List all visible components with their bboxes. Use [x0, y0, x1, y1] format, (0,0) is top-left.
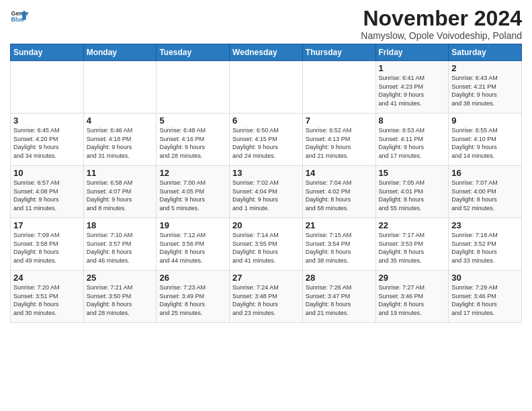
day-number: 2 — [451, 63, 519, 73]
day-cell — [157, 61, 230, 113]
day-info: Sunrise: 6:57 AM Sunset: 4:08 PM Dayligh… — [13, 179, 81, 212]
day-number: 4 — [87, 116, 154, 126]
day-info: Sunrise: 6:46 AM Sunset: 4:18 PM Dayligh… — [87, 126, 154, 160]
day-number: 29 — [379, 273, 446, 283]
svg-text:Blue: Blue — [11, 16, 24, 23]
col-header-tuesday: Tuesday — [157, 44, 230, 61]
week-row-2: 10Sunrise: 6:57 AM Sunset: 4:08 PM Dayli… — [11, 166, 522, 218]
day-number: 13 — [232, 168, 300, 178]
day-cell: 8Sunrise: 6:53 AM Sunset: 4:11 PM Daylig… — [375, 113, 449, 166]
col-header-friday: Friday — [375, 44, 449, 61]
day-number: 17 — [13, 220, 81, 230]
header-row: SundayMondayTuesdayWednesdayThursdayFrid… — [11, 44, 522, 61]
day-cell: 15Sunrise: 7:05 AM Sunset: 4:01 PM Dayli… — [375, 166, 449, 218]
day-cell: 28Sunrise: 7:26 AM Sunset: 3:47 PM Dayli… — [302, 271, 375, 323]
day-number: 14 — [306, 168, 373, 178]
day-info: Sunrise: 6:55 AM Sunset: 4:10 PM Dayligh… — [451, 126, 519, 160]
col-header-saturday: Saturday — [449, 44, 522, 61]
day-number: 16 — [451, 168, 519, 178]
day-number: 19 — [159, 220, 226, 230]
day-number: 20 — [232, 220, 300, 230]
calendar-header: SundayMondayTuesdayWednesdayThursdayFrid… — [11, 44, 522, 61]
day-number: 21 — [306, 220, 373, 230]
day-number: 8 — [379, 116, 446, 126]
day-info: Sunrise: 7:09 AM Sunset: 3:58 PM Dayligh… — [13, 231, 81, 265]
day-number: 27 — [232, 273, 300, 283]
day-cell — [83, 61, 157, 113]
day-info: Sunrise: 6:43 AM Sunset: 4:21 PM Dayligh… — [451, 74, 519, 107]
day-number: 5 — [159, 116, 226, 126]
day-cell: 9Sunrise: 6:55 AM Sunset: 4:10 PM Daylig… — [449, 113, 522, 166]
day-info: Sunrise: 7:05 AM Sunset: 4:01 PM Dayligh… — [379, 179, 446, 212]
day-cell: 3Sunrise: 6:45 AM Sunset: 4:20 PM Daylig… — [11, 113, 84, 166]
day-info: Sunrise: 7:12 AM Sunset: 3:56 PM Dayligh… — [159, 231, 226, 265]
day-info: Sunrise: 7:23 AM Sunset: 3:49 PM Dayligh… — [159, 283, 226, 317]
day-number: 12 — [159, 168, 226, 178]
day-number: 24 — [13, 273, 81, 283]
day-number: 18 — [87, 220, 154, 230]
day-info: Sunrise: 7:24 AM Sunset: 3:48 PM Dayligh… — [232, 283, 300, 317]
day-number: 26 — [159, 273, 226, 283]
day-cell: 16Sunrise: 7:07 AM Sunset: 4:00 PM Dayli… — [449, 166, 522, 218]
subtitle: Namyslow, Opole Voivodeship, Poland — [361, 30, 522, 41]
day-cell: 20Sunrise: 7:14 AM Sunset: 3:55 PM Dayli… — [230, 218, 303, 271]
day-cell: 18Sunrise: 7:10 AM Sunset: 3:57 PM Dayli… — [83, 218, 157, 271]
day-number: 1 — [379, 63, 446, 73]
day-info: Sunrise: 7:21 AM Sunset: 3:50 PM Dayligh… — [87, 283, 154, 317]
day-info: Sunrise: 6:52 AM Sunset: 4:13 PM Dayligh… — [306, 126, 373, 160]
day-info: Sunrise: 7:20 AM Sunset: 3:51 PM Dayligh… — [13, 283, 81, 317]
day-cell: 30Sunrise: 7:29 AM Sunset: 3:46 PM Dayli… — [449, 271, 522, 323]
day-info: Sunrise: 7:18 AM Sunset: 3:52 PM Dayligh… — [451, 231, 519, 265]
logo: General Blue — [10, 7, 29, 26]
logo-icon: General Blue — [10, 7, 29, 26]
day-info: Sunrise: 6:58 AM Sunset: 4:07 PM Dayligh… — [87, 179, 154, 212]
day-number: 9 — [451, 116, 519, 126]
day-cell — [302, 61, 375, 113]
day-info: Sunrise: 7:15 AM Sunset: 3:54 PM Dayligh… — [306, 231, 373, 265]
day-info: Sunrise: 6:41 AM Sunset: 4:23 PM Dayligh… — [379, 74, 446, 107]
day-info: Sunrise: 7:14 AM Sunset: 3:55 PM Dayligh… — [232, 231, 300, 265]
day-cell — [11, 61, 84, 113]
day-cell — [230, 61, 303, 113]
day-cell: 6Sunrise: 6:50 AM Sunset: 4:15 PM Daylig… — [230, 113, 303, 166]
day-cell: 5Sunrise: 6:48 AM Sunset: 4:16 PM Daylig… — [157, 113, 230, 166]
day-cell: 14Sunrise: 7:04 AM Sunset: 4:02 PM Dayli… — [302, 166, 375, 218]
day-cell: 13Sunrise: 7:02 AM Sunset: 4:04 PM Dayli… — [230, 166, 303, 218]
page-container: General Blue November 2024 Namyslow, Opo… — [0, 0, 532, 326]
day-info: Sunrise: 7:02 AM Sunset: 4:04 PM Dayligh… — [232, 179, 300, 212]
col-header-monday: Monday — [83, 44, 157, 61]
day-number: 3 — [13, 116, 81, 126]
day-info: Sunrise: 6:45 AM Sunset: 4:20 PM Dayligh… — [13, 126, 81, 160]
day-number: 7 — [306, 116, 373, 126]
day-cell: 25Sunrise: 7:21 AM Sunset: 3:50 PM Dayli… — [83, 271, 157, 323]
day-info: Sunrise: 7:29 AM Sunset: 3:46 PM Dayligh… — [451, 283, 519, 317]
day-cell: 19Sunrise: 7:12 AM Sunset: 3:56 PM Dayli… — [157, 218, 230, 271]
title-block: November 2024 Namyslow, Opole Voivodeshi… — [361, 7, 522, 41]
col-header-wednesday: Wednesday — [230, 44, 303, 61]
day-cell: 29Sunrise: 7:27 AM Sunset: 3:46 PM Dayli… — [375, 271, 449, 323]
day-number: 6 — [232, 116, 300, 126]
day-info: Sunrise: 6:50 AM Sunset: 4:15 PM Dayligh… — [232, 126, 300, 160]
day-cell: 22Sunrise: 7:17 AM Sunset: 3:53 PM Dayli… — [375, 218, 449, 271]
day-info: Sunrise: 7:00 AM Sunset: 4:05 PM Dayligh… — [159, 179, 226, 212]
week-row-1: 3Sunrise: 6:45 AM Sunset: 4:20 PM Daylig… — [11, 113, 522, 166]
day-cell: 7Sunrise: 6:52 AM Sunset: 4:13 PM Daylig… — [302, 113, 375, 166]
day-cell: 24Sunrise: 7:20 AM Sunset: 3:51 PM Dayli… — [11, 271, 84, 323]
day-cell: 10Sunrise: 6:57 AM Sunset: 4:08 PM Dayli… — [11, 166, 84, 218]
calendar-body: 1Sunrise: 6:41 AM Sunset: 4:23 PM Daylig… — [11, 61, 522, 323]
day-cell: 26Sunrise: 7:23 AM Sunset: 3:49 PM Dayli… — [157, 271, 230, 323]
day-number: 22 — [379, 220, 446, 230]
day-number: 15 — [379, 168, 446, 178]
day-info: Sunrise: 7:10 AM Sunset: 3:57 PM Dayligh… — [87, 231, 154, 265]
week-row-0: 1Sunrise: 6:41 AM Sunset: 4:23 PM Daylig… — [11, 61, 522, 113]
day-cell: 2Sunrise: 6:43 AM Sunset: 4:21 PM Daylig… — [449, 61, 522, 113]
day-cell: 23Sunrise: 7:18 AM Sunset: 3:52 PM Dayli… — [449, 218, 522, 271]
day-number: 11 — [87, 168, 154, 178]
col-header-sunday: Sunday — [11, 44, 84, 61]
day-cell: 17Sunrise: 7:09 AM Sunset: 3:58 PM Dayli… — [11, 218, 84, 271]
day-info: Sunrise: 6:48 AM Sunset: 4:16 PM Dayligh… — [159, 126, 226, 160]
week-row-3: 17Sunrise: 7:09 AM Sunset: 3:58 PM Dayli… — [11, 218, 522, 271]
day-cell: 11Sunrise: 6:58 AM Sunset: 4:07 PM Dayli… — [83, 166, 157, 218]
day-info: Sunrise: 7:04 AM Sunset: 4:02 PM Dayligh… — [306, 179, 373, 212]
day-cell: 21Sunrise: 7:15 AM Sunset: 3:54 PM Dayli… — [302, 218, 375, 271]
